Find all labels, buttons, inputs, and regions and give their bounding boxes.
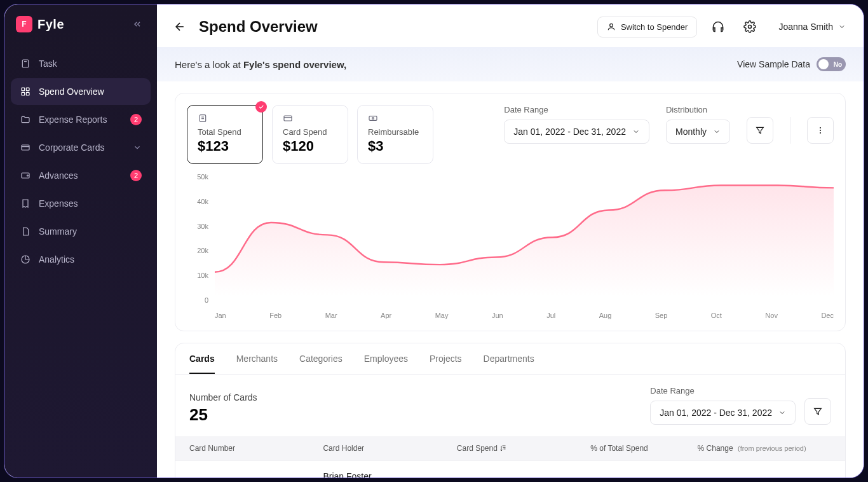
switch-label: Switch to Spender: [621, 22, 688, 32]
svg-point-15: [820, 127, 821, 128]
sidebar-item-expenses[interactable]: Expenses: [11, 190, 151, 217]
th-pct-change-suffix: (from previous period): [738, 444, 806, 452]
date-range-label: Date Range: [504, 105, 649, 114]
user-menu[interactable]: Joanna Smith: [778, 22, 846, 32]
pie-chart-icon: [20, 254, 31, 265]
page-title: Spend Overview: [199, 18, 587, 36]
svg-point-9: [610, 24, 613, 27]
arrow-up-icon: [698, 477, 707, 478]
holder-name: Brian Foster: [323, 471, 456, 478]
breakdown-card: Cards Merchants Categories Employees Pro…: [175, 343, 846, 478]
th-card-spend[interactable]: Card Spend: [457, 444, 590, 453]
sidebar-item-summary[interactable]: Summary: [11, 218, 151, 245]
tab-merchants[interactable]: Merchants: [236, 354, 278, 374]
th-card-spend-label: Card Spend: [457, 444, 498, 453]
switch-to-spender-button[interactable]: Switch to Spender: [597, 17, 698, 38]
more-button[interactable]: [807, 117, 834, 144]
main-area: Spend Overview Switch to Spender Joanna …: [157, 4, 864, 478]
metric-value: $3: [368, 138, 423, 155]
metric-label: Card Spend: [283, 127, 337, 137]
tab-employees[interactable]: Employees: [364, 354, 408, 374]
sidebar: F Fyle Task Spend Overview Expense Repor…: [4, 4, 157, 478]
folder-icon: [20, 114, 31, 125]
date-range-value: Jan 01, 2022 - Dec 31, 2022: [513, 127, 626, 137]
date-range-select[interactable]: Jan 01, 2022 - Dec 31, 2022: [504, 120, 649, 144]
metric-value: $120: [283, 138, 337, 155]
sidebar-item-label: Expenses: [39, 198, 142, 209]
hero-bold: Fyle's spend overview,: [243, 59, 346, 70]
chevron-down-icon: [632, 128, 640, 135]
toggle-state: No: [834, 61, 842, 68]
collapse-sidebar-button[interactable]: [129, 16, 146, 32]
svg-rect-13: [369, 116, 377, 121]
line-plot: [215, 173, 834, 297]
distribution-select[interactable]: Monthly: [666, 120, 730, 144]
sample-label: View Sample Data: [737, 59, 810, 69]
hero-text: Here's a look at Fyle's spend overview,: [175, 59, 346, 70]
table-row[interactable]: **** 1234 Brian Foster brian.foster@fyle…: [175, 460, 845, 478]
metric-reimbursable[interactable]: Reimbursable $3: [357, 105, 433, 164]
wallet-icon: [20, 170, 31, 181]
spend-chart: 50k 40k 30k 20k 10k 0: [187, 173, 834, 319]
user-icon: [607, 22, 616, 31]
receipt-icon: [20, 198, 31, 209]
document-icon: [20, 226, 31, 237]
badge-count: 2: [130, 170, 142, 181]
date-range-control: Date Range Jan 01, 2022 - Dec 31, 2022: [504, 105, 649, 144]
sidebar-item-task[interactable]: Task: [11, 50, 151, 77]
sidebar-nav: Task Spend Overview Expense Reports 2 Co…: [4, 50, 157, 273]
tab-departments[interactable]: Departments: [484, 354, 534, 374]
clipboard-icon: [20, 58, 31, 69]
th-card-number[interactable]: Card Number: [189, 444, 323, 453]
sidebar-item-advances[interactable]: Advances 2: [11, 162, 151, 189]
pct-change-value: 123.3%: [710, 476, 740, 478]
cards-date-range-value: Jan 01, 2022 - Dec 31, 2022: [660, 408, 772, 418]
metric-label: Total Spend: [198, 127, 252, 137]
distribution-label: Distribution: [666, 105, 730, 114]
th-pct-total[interactable]: % of Total Spend: [590, 444, 697, 453]
metric-card-spend[interactable]: Card Spend $120: [272, 105, 348, 164]
y-tick: 10k: [197, 272, 208, 279]
th-pct-change[interactable]: % Change (from previous period): [698, 444, 831, 453]
sidebar-item-analytics[interactable]: Analytics: [11, 246, 151, 273]
sidebar-item-label: Summary: [39, 226, 142, 237]
sidebar-item-expense-reports[interactable]: Expense Reports 2: [11, 106, 151, 133]
sidebar-item-spend-overview[interactable]: Spend Overview: [11, 78, 151, 105]
metric-total-spend[interactable]: Total Spend $123: [187, 105, 263, 164]
cards-date-range-select[interactable]: Jan 01, 2022 - Dec 31, 2022: [650, 401, 796, 425]
cards-filter-button[interactable]: [804, 398, 831, 425]
cell-card-spend: $8567.34: [457, 476, 590, 478]
tabs: Cards Merchants Categories Employees Pro…: [175, 343, 845, 375]
chevron-down-icon: [778, 409, 786, 417]
back-button[interactable]: [171, 18, 189, 36]
cards-sub-controls: Number of Cards 25 Date Range Jan 01, 20…: [175, 375, 845, 436]
tab-cards[interactable]: Cards: [189, 354, 215, 374]
card-icon: [283, 113, 337, 123]
svg-rect-2: [26, 88, 29, 91]
tab-categories[interactable]: Categories: [299, 354, 342, 374]
th-card-holder[interactable]: Card Holder: [323, 444, 456, 453]
sidebar-item-label: Expense Reports: [39, 114, 123, 125]
tab-projects[interactable]: Projects: [430, 354, 462, 374]
hero-bar: Here's a look at Fyle's spend overview, …: [157, 47, 864, 81]
sidebar-item-label: Spend Overview: [39, 86, 142, 97]
cell-pct-total: 5.3%: [590, 476, 697, 478]
filter-button[interactable]: [747, 117, 773, 144]
x-tick: Oct: [711, 312, 722, 319]
sample-toggle[interactable]: No: [817, 57, 846, 71]
distribution-value: Monthly: [675, 127, 707, 137]
x-tick: Sep: [655, 312, 668, 319]
grid-icon: [20, 86, 31, 97]
cards-date-range-control: Date Range Jan 01, 2022 - Dec 31, 2022: [650, 386, 796, 425]
svg-rect-1: [22, 88, 25, 91]
chart-controls: Date Range Jan 01, 2022 - Dec 31, 2022 D…: [504, 105, 834, 144]
settings-button[interactable]: [739, 16, 761, 38]
sidebar-item-corporate-cards[interactable]: Corporate Cards: [11, 134, 151, 161]
cell-card-number: **** 1234: [189, 476, 323, 478]
svg-point-7: [27, 175, 28, 176]
svg-rect-5: [22, 145, 29, 150]
support-button[interactable]: [707, 16, 729, 38]
metric-label: Reimbursable: [368, 127, 423, 137]
x-tick: Jul: [546, 312, 555, 319]
overview-card: Total Spend $123 Card Spend $120 Reimbur…: [175, 93, 846, 331]
